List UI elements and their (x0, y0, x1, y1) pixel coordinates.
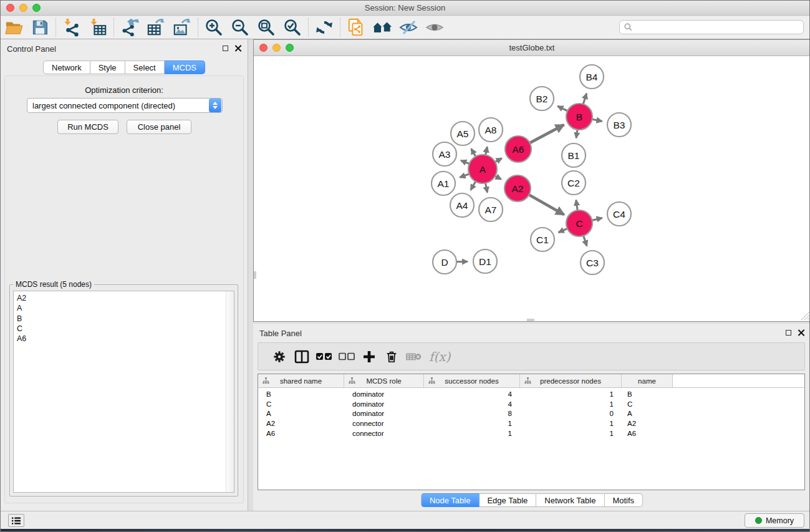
node-A[interactable]: A (468, 155, 497, 183)
network-home-icon[interactable] (369, 17, 395, 37)
add-column-icon[interactable] (358, 346, 380, 367)
node-D[interactable]: D (433, 250, 456, 274)
node-A2[interactable]: A2 (504, 175, 531, 201)
resize-grip-icon[interactable] (801, 312, 809, 321)
node-C1[interactable]: C1 (531, 228, 554, 251)
table-settings-icon[interactable] (268, 346, 291, 367)
zoom-in-icon[interactable] (201, 17, 227, 37)
node-A6[interactable]: A6 (505, 136, 531, 162)
zoom-fit-icon[interactable] (253, 17, 279, 37)
close-table-panel-icon[interactable] (798, 329, 804, 336)
table-tab-network-table[interactable]: Network Table (536, 493, 604, 507)
open-file-icon[interactable] (1, 17, 27, 37)
table-panel-title: Table Panel (259, 329, 302, 338)
mcds-result-item[interactable]: A (14, 303, 234, 313)
close-panel-button[interactable]: Close panel (127, 120, 191, 134)
column-header-mcds-role[interactable]: MCDS role (344, 374, 424, 387)
list-scrollbar[interactable] (226, 291, 234, 492)
mcds-result-item[interactable]: A6 (14, 334, 234, 344)
mcds-result-item[interactable]: C (14, 324, 234, 334)
delete-table-icon[interactable] (403, 346, 425, 367)
tab-select[interactable]: Select (125, 60, 165, 74)
node-A4[interactable]: A4 (450, 193, 474, 217)
search-input[interactable] (635, 23, 799, 32)
table-tab-motifs[interactable]: Motifs (604, 493, 643, 507)
export-table-icon[interactable] (143, 17, 169, 37)
zoom-selected-icon[interactable] (279, 17, 306, 37)
cell-name: A (622, 410, 673, 417)
import-table-icon[interactable] (85, 17, 111, 37)
deselect-all-columns-icon[interactable] (335, 346, 358, 367)
table-row[interactable]: Bdominator41B (258, 389, 804, 399)
table-row[interactable]: A6connector11A6 (258, 428, 804, 438)
column-layout-icon[interactable] (291, 346, 313, 367)
node-B4[interactable]: B4 (580, 65, 604, 89)
node-B3[interactable]: B3 (607, 113, 631, 137)
run-mcds-button[interactable]: Run MCDS (57, 120, 118, 134)
task-history-button[interactable] (8, 514, 24, 527)
node-B[interactable]: B (566, 104, 592, 130)
node-B1[interactable]: B1 (562, 143, 586, 167)
node-C3[interactable]: C3 (581, 251, 604, 274)
select-all-columns-icon[interactable] (313, 346, 335, 367)
clipboard-network-icon[interactable] (343, 17, 369, 37)
table-row[interactable]: Adominator80A (258, 409, 804, 419)
node-A1[interactable]: A1 (432, 172, 455, 195)
cell-predecessor-nodes: 1 (520, 430, 622, 437)
table-panel: Table Panel (253, 324, 810, 511)
node-A8[interactable]: A8 (479, 118, 503, 142)
mcds-result-item[interactable]: B (14, 314, 234, 324)
node-A5[interactable]: A5 (451, 122, 475, 145)
node-A3[interactable]: A3 (433, 142, 456, 166)
cell-successor-nodes: 1 (424, 420, 520, 427)
column-header-name[interactable]: name (622, 374, 673, 387)
table-row[interactable]: A2connector11A2 (258, 418, 804, 428)
mcds-result-group: MCDS result (5 nodes) A2ABCA6 (9, 284, 238, 496)
node-C2[interactable]: C2 (562, 171, 586, 195)
cell-successor-nodes: 8 (424, 410, 520, 417)
node-D1[interactable]: D1 (473, 249, 497, 273)
tab-mcds[interactable]: MCDS (165, 60, 205, 74)
memory-status-icon (755, 517, 762, 524)
node-A7[interactable]: A7 (479, 198, 503, 221)
optimization-criterion-select[interactable]: largest connected component (directed) (27, 98, 223, 113)
node-C4[interactable]: C4 (607, 202, 631, 226)
import-network-icon[interactable] (59, 17, 85, 37)
canvas-scroll-mark (527, 319, 534, 321)
table-tab-edge-table[interactable]: Edge Table (479, 493, 536, 507)
float-table-panel-icon[interactable] (786, 330, 791, 336)
hide-details-icon[interactable] (395, 17, 422, 37)
apply-function-icon[interactable]: f(x) (429, 349, 450, 364)
float-panel-icon[interactable] (223, 46, 228, 51)
export-network-icon[interactable] (117, 17, 143, 37)
delete-column-icon[interactable] (380, 346, 403, 367)
network-window-titlebar[interactable]: testGlobe.txt (254, 40, 810, 56)
cell-shared-name: A (258, 410, 344, 417)
column-header-predecessor-nodes[interactable]: predecessor nodes (520, 374, 622, 387)
node-B2[interactable]: B2 (530, 87, 554, 110)
save-session-icon[interactable] (27, 17, 53, 37)
memory-button[interactable]: Memory (745, 513, 804, 528)
tab-network[interactable]: Network (43, 60, 90, 74)
column-header-successor-nodes[interactable]: successor nodes (424, 374, 520, 387)
node-C[interactable]: C (566, 210, 592, 236)
zoom-out-icon[interactable] (227, 17, 253, 37)
show-details-icon[interactable] (422, 17, 448, 37)
apply-layout-icon[interactable] (311, 17, 337, 37)
edge-A2-C[interactable] (528, 194, 564, 215)
network-canvas[interactable]: B4B2BB3A8A5A6A3B1AA1C2A2A4A7C4CC1C3DD1 (254, 56, 810, 321)
column-header-shared-name[interactable]: shared name (258, 374, 344, 387)
mcds-result-list[interactable]: A2ABCA6 (13, 291, 234, 493)
column-type-icon (263, 377, 269, 384)
node-label: A4 (456, 200, 468, 211)
close-panel-icon[interactable] (234, 45, 241, 52)
edge-A6-B[interactable] (529, 125, 564, 143)
selected-criterion: largest connected component (directed) (27, 101, 209, 110)
tab-style[interactable]: Style (90, 60, 125, 74)
export-image-icon[interactable] (169, 17, 195, 37)
table-tab-node-table[interactable]: Node Table (421, 493, 480, 507)
select-stepper-icon (209, 99, 221, 112)
table-row[interactable]: Cdominator41C (258, 399, 804, 409)
search-field[interactable] (619, 20, 804, 34)
mcds-result-item[interactable]: A2 (14, 291, 234, 303)
